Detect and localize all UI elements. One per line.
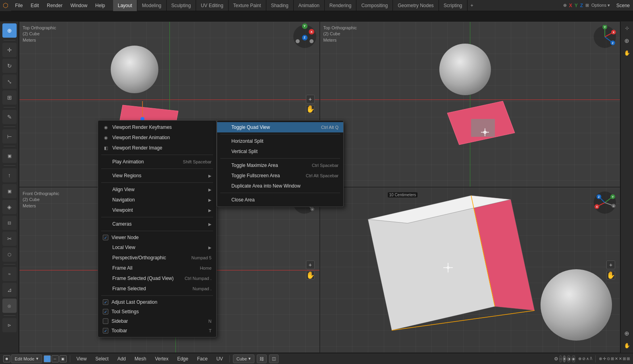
right-tool-zoom[interactable]: ⊕ <box>622 36 632 46</box>
viewport-bottom-right[interactable]: 10 Centimeters Y X X <box>320 187 621 353</box>
menu-viewport-render-image[interactable]: ◧ Viewport Render Image <box>98 143 216 153</box>
global-orientation[interactable]: ⊕ <box>563 3 567 8</box>
right-tool-pan[interactable]: ✋ <box>622 48 632 58</box>
proportional-icon[interactable]: ⊗ <box>599 356 602 361</box>
menu-viewport-render-keyframes[interactable]: ◉ Viewport Render Keyframes <box>98 122 216 132</box>
menu-play-animation[interactable]: Play Animation Shift Spacebar <box>98 157 216 167</box>
viewport-select-menu[interactable]: Select <box>92 354 112 363</box>
tool-shear[interactable]: ⊿ <box>2 283 17 297</box>
zoom-out-bl[interactable]: ✋ <box>306 271 315 280</box>
object-icon-btn[interactable]: ☻ <box>3 355 10 362</box>
tool-scale[interactable]: ⤡ <box>2 75 17 89</box>
tool-sphere[interactable]: ◎ <box>2 299 17 313</box>
menu-toggle-quad-view[interactable]: Toggle Quad View Ctrl Alt Q <box>217 122 343 132</box>
extra-icon2[interactable]: ✕ <box>615 356 618 361</box>
right-tool-zoom-bottom[interactable]: ⊕ <box>622 328 632 339</box>
menu-align-view[interactable]: Align View ▶ <box>98 184 216 195</box>
viewport-top-right[interactable]: Top Orthographic (2) Cube Meters <box>320 21 621 187</box>
tab-scripting[interactable]: Scripting <box>439 0 468 11</box>
tool-measure[interactable]: ⊢ <box>2 129 17 144</box>
tool-shrink[interactable]: ⊳ <box>2 318 17 332</box>
tab-geometry-nodes[interactable]: Geometry Nodes <box>393 0 439 11</box>
tool-cursor[interactable]: ⊕ <box>2 23 17 38</box>
menu-vertical-split[interactable]: Vertical Split <box>217 146 343 157</box>
tool-poly-build[interactable]: ⬡ <box>2 247 17 262</box>
add-workspace-button[interactable]: + <box>468 0 477 11</box>
face-mode-btn[interactable]: ▣ <box>60 355 67 362</box>
tool-inset[interactable]: ▣ <box>2 184 17 198</box>
menu-toggle-maximize[interactable]: Toggle Maximize Area Ctrl Spacebar <box>217 160 343 171</box>
menu-toolbar[interactable]: Toolbar T <box>98 326 216 335</box>
menu-edit[interactable]: Edit <box>27 0 43 11</box>
wireframe-btn[interactable]: ○ <box>559 355 562 362</box>
transform-icon[interactable]: ✛ <box>603 356 606 361</box>
mode-selector-btn[interactable]: Edit Mode ▾ <box>11 354 42 363</box>
tool-rotate[interactable]: ↻ <box>2 59 17 73</box>
viewport-mesh-menu[interactable]: Mesh <box>131 354 149 363</box>
menu-local-view[interactable]: Local View ▶ <box>98 242 216 253</box>
menu-close-area[interactable]: Close Area <box>217 195 343 205</box>
solid-btn[interactable]: ● <box>563 355 566 362</box>
menu-viewer-node[interactable]: Viewer Node <box>98 233 216 242</box>
viewport-uv-menu[interactable]: UV <box>213 354 226 363</box>
tab-modeling[interactable]: Modeling <box>137 0 167 11</box>
viewport-shading-btns[interactable]: ○ ● ◑ ◉ <box>563 354 571 363</box>
tool-knife[interactable]: ✂ <box>2 232 17 246</box>
menu-file[interactable]: File <box>11 0 27 11</box>
extra-icon[interactable]: ⊞ <box>611 356 614 361</box>
right-tool-pan-bottom[interactable]: ✋ <box>622 340 632 351</box>
menu-adjust-last-op[interactable]: Adjust Last Operation <box>98 297 216 307</box>
material-btn[interactable]: ◑ <box>567 355 571 362</box>
tool-loop-cut[interactable]: ⊟ <box>2 216 17 230</box>
zoom-out-tl[interactable]: ✋ <box>306 105 315 114</box>
menu-toggle-fullscreen[interactable]: Toggle Fullscreen Area Ctrl Alt Spacebar <box>217 171 343 181</box>
menu-sidebar[interactable]: Sidebar N <box>98 316 216 326</box>
menu-duplicate-area[interactable]: Duplicate Area into New Window <box>217 181 343 191</box>
tool-move[interactable]: ✛ <box>2 43 17 57</box>
menu-cameras[interactable]: Cameras ▶ <box>98 219 216 229</box>
zoom-out-br[interactable]: ✋ <box>606 271 615 280</box>
menu-horizontal-split[interactable]: Horizontal Split <box>217 136 343 146</box>
menu-help[interactable]: Help <box>91 0 109 11</box>
zoom-in-tl[interactable]: + <box>306 95 315 103</box>
viewport-face-menu[interactable]: Face <box>194 354 211 363</box>
tool-smooth[interactable]: ≈ <box>2 267 17 281</box>
tab-layout[interactable]: Layout <box>113 0 137 11</box>
viewport-vertex-menu[interactable]: Vertex <box>152 354 171 363</box>
menu-viewpoint[interactable]: Viewpoint ▶ <box>98 205 216 215</box>
menu-render[interactable]: Render <box>43 0 66 11</box>
tab-uv-editing[interactable]: UV Editing <box>196 0 229 11</box>
overlay-btn[interactable]: ◫ <box>269 354 279 363</box>
link-btn[interactable]: ⛓ <box>257 354 267 363</box>
extra-icon3[interactable]: ✕ <box>619 356 622 361</box>
tab-rendering[interactable]: Rendering <box>325 0 356 11</box>
menu-window[interactable]: Window <box>66 0 91 11</box>
axis-z-toggle[interactable]: Z <box>580 3 583 8</box>
tab-compositing[interactable]: Compositing <box>356 0 393 11</box>
menu-frame-all[interactable]: Frame All Home <box>98 263 216 273</box>
extra-icon4[interactable]: ⊞ <box>623 356 626 361</box>
right-tool-gizmo[interactable]: ⊹ <box>622 23 632 33</box>
proportional-edit[interactable]: ⊞ <box>585 3 589 8</box>
tab-shading[interactable]: Shading <box>266 0 294 11</box>
vertex-mode-btn[interactable]: · <box>44 355 51 362</box>
tool-annotate[interactable]: ✎ <box>2 110 17 124</box>
menu-view-regions[interactable]: View Regions ▶ <box>98 171 216 181</box>
viewport-add-menu[interactable]: Add <box>114 354 129 363</box>
menu-tool-settings[interactable]: Tool Settings <box>98 307 216 316</box>
viewport-edge-menu[interactable]: Edge <box>174 354 191 363</box>
zoom-in-br[interactable]: + <box>606 261 615 269</box>
tool-extrude[interactable]: ↑ <box>2 168 17 182</box>
tab-sculpting[interactable]: Sculpting <box>167 0 196 11</box>
snapping-btns[interactable]: ⊕ ⊘ ∧ /\ <box>578 356 592 361</box>
options-button[interactable]: Options ▾ <box>591 3 610 8</box>
menu-navigation[interactable]: Navigation ▶ <box>98 195 216 205</box>
tab-animation[interactable]: Animation <box>294 0 325 11</box>
axis-x-toggle[interactable]: X <box>569 3 572 8</box>
tool-add-cube[interactable]: ▣ <box>2 149 17 163</box>
axis-y-toggle[interactable]: Y <box>575 3 578 8</box>
tool-bevel[interactable]: ◈ <box>2 200 17 214</box>
tab-texture-paint[interactable]: Texture Paint <box>229 0 266 11</box>
object-selector-btn[interactable]: Cube ▾ <box>233 354 254 363</box>
menu-perspective-ortho[interactable]: Perspective/Orthographic Numpad 5 <box>98 253 216 263</box>
